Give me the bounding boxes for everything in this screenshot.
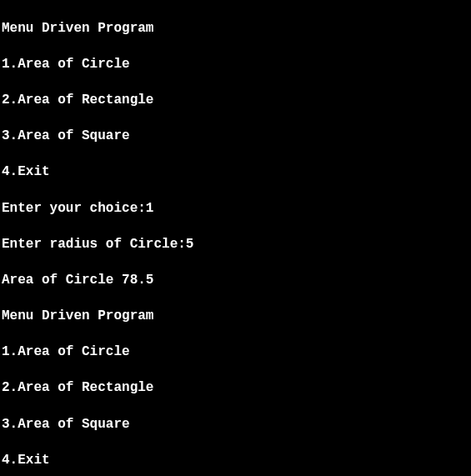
terminal-line: Area of Circle 78.5 (2, 272, 471, 290)
terminal-line: Menu Driven Program (2, 20, 471, 38)
terminal-line: 4.Exit (2, 163, 471, 182)
terminal-line: 3.Area of Square (2, 416, 471, 434)
terminal-output: Menu Driven Program 1.Area of Circle 2.A… (2, 2, 471, 476)
terminal-line: Enter radius of Circle:5 (2, 236, 471, 254)
terminal-line: 3.Area of Square (2, 128, 471, 146)
terminal-line: 2.Area of Rectangle (2, 92, 471, 110)
terminal-line: 1.Area of Circle (2, 56, 471, 74)
terminal-line: 4.Exit (2, 452, 471, 470)
terminal-line: Enter your choice:1 (2, 200, 471, 218)
terminal-line: Menu Driven Program (2, 308, 471, 326)
terminal-line: 1.Area of Circle (2, 343, 471, 362)
terminal-line: 2.Area of Rectangle (2, 379, 471, 398)
